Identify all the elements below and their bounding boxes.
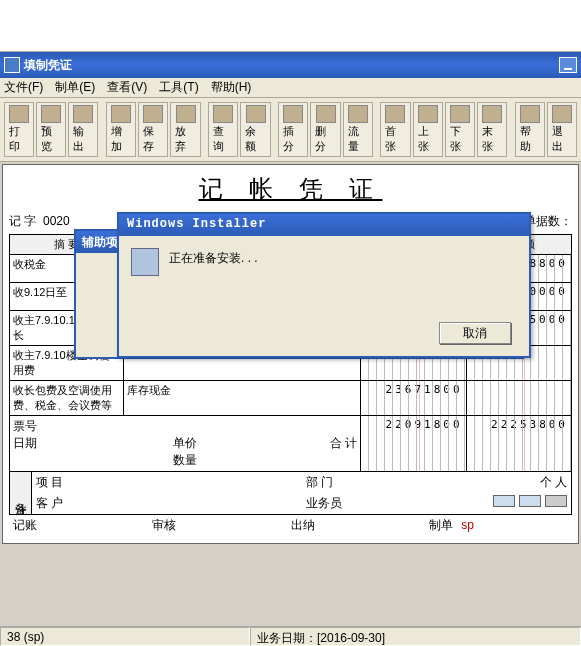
remark-label: 备注 <box>10 472 32 514</box>
date2-label: 日期 <box>13 435 73 452</box>
next-button[interactable]: 下张 <box>445 102 475 157</box>
status-right-label: 业务日期： <box>257 631 317 645</box>
help-button[interactable]: 帮助 <box>515 102 545 157</box>
abandon-icon <box>176 105 196 123</box>
output-button[interactable]: 输出 <box>68 102 98 157</box>
first-icon <box>385 105 405 123</box>
insrow-button[interactable]: 插分 <box>278 102 308 157</box>
last-icon <box>482 105 502 123</box>
word-no[interactable]: 0020 <box>43 214 70 228</box>
first-button[interactable]: 首张 <box>380 102 410 157</box>
add-icon <box>111 105 131 123</box>
stamp-icon[interactable] <box>493 495 515 507</box>
stamp-icon[interactable] <box>519 495 541 507</box>
menu-tool[interactable]: 工具(T) <box>159 79 198 96</box>
total-debit: 22091800 <box>361 416 466 472</box>
sig-sh: 审核 <box>152 517 291 534</box>
proj-label: 项 目 <box>36 474 76 491</box>
totals-row: 票号 日期单价合 计 数量 22091800 22253800 <box>10 416 572 472</box>
toolbar: 打印 预览 输出 增加 保存 放弃 查询 余额 插分 删分 流量 首张 上张 下… <box>0 98 581 162</box>
total-label: 合 计 <box>297 435 357 452</box>
window-title: 填制凭证 <box>24 57 559 74</box>
word-label: 记 字 <box>9 214 36 228</box>
save-icon <box>143 105 163 123</box>
cust-label: 客 户 <box>36 495 76 512</box>
last-button[interactable]: 末张 <box>477 102 507 157</box>
query-button[interactable]: 查询 <box>208 102 238 157</box>
status-bar: 38 (sp) 业务日期：[2016-09-30] <box>0 626 581 646</box>
sig-zd: 制单 <box>429 518 453 532</box>
sig-jz: 记账 <box>13 517 152 534</box>
balance-icon <box>246 105 266 123</box>
delrow-icon <box>316 105 336 123</box>
dept-label: 部 门 <box>306 474 346 491</box>
print-icon <box>9 105 29 123</box>
window-titlebar: 填制凭证 <box>0 52 581 78</box>
delrow-button[interactable]: 删分 <box>310 102 340 157</box>
menu-file[interactable]: 文件(F) <box>4 79 43 96</box>
person-label: 个 人 <box>540 474 567 491</box>
doc-title: 记 帐 凭 证 <box>9 173 572 205</box>
output-icon <box>73 105 93 123</box>
signature-row: 记账 审核 出纳 制单sp <box>9 515 572 536</box>
sig-zd-value: sp <box>461 518 474 532</box>
flow-button[interactable]: 流量 <box>343 102 373 157</box>
stamp-icon[interactable] <box>545 495 567 507</box>
total-credit: 22253800 <box>466 416 571 472</box>
query-icon <box>213 105 233 123</box>
installer-cancel-button[interactable]: 取消 <box>439 322 511 344</box>
price-label: 单价 <box>73 435 297 452</box>
installer-message: 正在准备安装. . . <box>131 248 517 267</box>
menu-bar: 文件(F) 制单(E) 查看(V) 工具(T) 帮助(H) <box>0 78 581 98</box>
help-icon <box>520 105 540 123</box>
preview-button[interactable]: 预览 <box>36 102 66 157</box>
exit-button[interactable]: 退出 <box>547 102 577 157</box>
menu-make[interactable]: 制单(E) <box>55 79 95 96</box>
flow-icon <box>348 105 368 123</box>
menu-help[interactable]: 帮助(H) <box>211 79 252 96</box>
installer-dialog-title: Windows Installer <box>119 214 529 236</box>
table-row[interactable]: 收长包费及空调使用费、税金、会议费等库存现金23671800 <box>10 381 572 416</box>
preview-icon <box>41 105 61 123</box>
remark-section: 备注 项 目 部 门个 人 客 户 业务员 <box>9 472 572 515</box>
qty-label: 数量 <box>13 452 357 469</box>
menu-view[interactable]: 查看(V) <box>107 79 147 96</box>
installer-icon <box>131 248 159 276</box>
balance-button[interactable]: 余额 <box>240 102 270 157</box>
prev-icon <box>418 105 438 123</box>
prev-button[interactable]: 上张 <box>413 102 443 157</box>
status-left: 38 (sp) <box>0 627 250 646</box>
billno-label: 票号 <box>13 419 37 433</box>
sig-cn: 出纳 <box>291 517 430 534</box>
minimize-button[interactable] <box>559 57 577 73</box>
abandon-button[interactable]: 放弃 <box>170 102 200 157</box>
installer-dialog: Windows Installer 正在准备安装. . . 取消 <box>117 212 531 358</box>
app-icon <box>4 57 20 73</box>
insrow-icon <box>283 105 303 123</box>
status-right-value: [2016-09-30] <box>317 631 385 645</box>
add-button[interactable]: 增加 <box>106 102 136 157</box>
exit-icon <box>552 105 572 123</box>
next-icon <box>450 105 470 123</box>
print-button[interactable]: 打印 <box>4 102 34 157</box>
sales-label: 业务员 <box>306 495 346 512</box>
save-button[interactable]: 保存 <box>138 102 168 157</box>
